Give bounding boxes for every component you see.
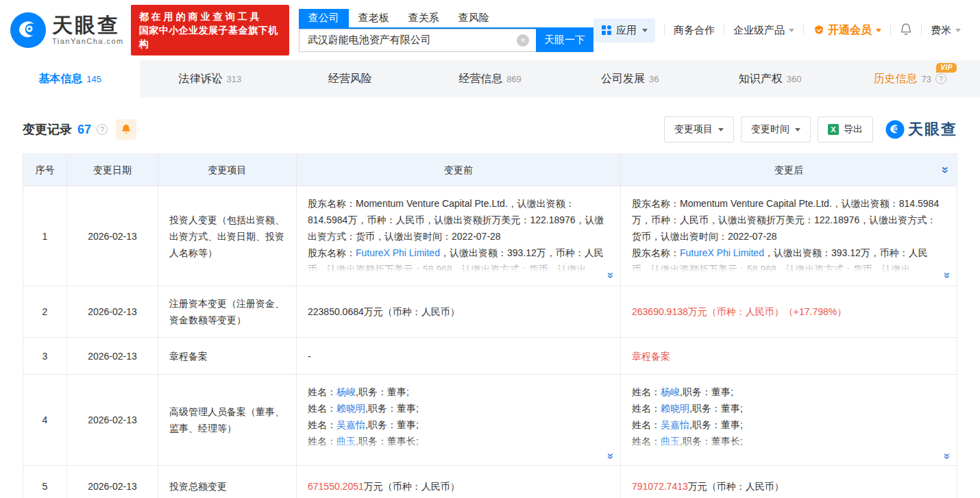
paragraph: 263690.9138万元（币种：人民币）（+17.798%） — [632, 303, 946, 320]
clear-icon[interactable]: × — [517, 34, 529, 47]
cell-content: 791072.7413万元（币种：人民币） — [632, 478, 946, 495]
cell-date: 2026-02-13 — [67, 186, 158, 286]
help-icon[interactable]: ? — [97, 124, 108, 135]
paragraph: - — [308, 348, 609, 364]
filter-change-time-label: 变更时间 — [751, 123, 789, 136]
vip-upgrade-link[interactable]: 开通会员 — [813, 23, 881, 38]
cell-text: 章程备案 — [632, 348, 946, 364]
paragraph: 章程备案 — [632, 348, 946, 364]
help-icon[interactable]: ? — [935, 73, 946, 84]
fade-overlay — [632, 437, 946, 456]
text-segment: ,职务：董事; — [356, 386, 409, 397]
page-tab-count: 313 — [227, 74, 242, 84]
text-segment: ,职务：董事; — [365, 419, 419, 430]
table-header-row: 序号变更日期变更项目变更前变更后» — [23, 154, 957, 186]
page-tab-label: 历史信息 — [874, 72, 918, 86]
cell-text: 223850.0684万元（币种：人民币） — [308, 303, 609, 320]
entity-link[interactable]: 吴嘉怡 — [661, 419, 689, 430]
subscribe-bell-button[interactable] — [116, 119, 136, 140]
cell-after: 股东名称：Momentum Venture Capital Pte.Ltd.，认… — [621, 186, 957, 286]
text-segment: 姓名： — [632, 403, 661, 414]
page-tab-count: 36 — [649, 74, 659, 84]
cell-before: 671550.2051万元（币种：人民币） — [297, 466, 621, 498]
page-tab-label: 基本信息 — [38, 72, 82, 86]
entity-link[interactable]: 杨峻 — [661, 386, 680, 397]
page-tab-经营信息[interactable]: 经营信息869 — [420, 60, 560, 97]
page-tab-label: 经营信息 — [458, 72, 502, 86]
cell-before: 姓名：杨峻,职务：董事;姓名：赖晓明,职务：董事;姓名：吴嘉怡,职务：董事;姓名… — [297, 375, 621, 465]
brand-domain: TianYanCha.com — [52, 37, 124, 45]
text-segment: 姓名： — [308, 419, 336, 430]
filter-change-item-label: 变更项目 — [674, 123, 713, 136]
paragraph: 791072.7413万元（币种：人民币） — [632, 478, 946, 495]
column-header-2: 变更日期 — [67, 154, 158, 186]
notification-bell-icon[interactable] — [900, 23, 912, 37]
page-tab-label: 公司发展 — [601, 72, 645, 86]
table-row: 42026-02-13高级管理人员备案（董事、监事、经理等）姓名：杨峻,职务：董… — [23, 375, 957, 466]
user-menu[interactable]: 费米 — [931, 24, 961, 37]
main-content: 变更记录 67 ? 变更项目 变更时间 X 导出 — [0, 116, 980, 498]
page-tab-count: 73 — [922, 74, 931, 84]
page-tab-公司发展[interactable]: 公司发展36 — [560, 60, 700, 97]
cell-item: 注册资本变更（注册资金、资金数额等变更） — [158, 286, 297, 337]
filter-change-time-button[interactable]: 变更时间 — [741, 116, 811, 142]
business-label: 商务合作 — [674, 24, 715, 37]
search-tab-查公司[interactable]: 查公司 — [299, 9, 349, 27]
apps-menu[interactable]: 应用 — [593, 18, 655, 42]
cell-date: 2026-02-13 — [67, 375, 158, 465]
expand-more-icon[interactable]: » — [604, 453, 615, 459]
business-cooperation-link[interactable]: 商务合作 — [674, 24, 715, 37]
page-tab-基本信息[interactable]: 基本信息145 — [0, 60, 140, 97]
cell-after: 791072.7413万元（币种：人民币） — [621, 466, 957, 498]
fade-overlay — [632, 256, 946, 275]
entity-link[interactable]: 赖晓明 — [661, 403, 689, 414]
cell-content: 263690.9138万元（币种：人民币）（+17.798%） — [632, 303, 946, 320]
section-header: 变更记录 67 ? 变更项目 变更时间 X 导出 — [23, 116, 957, 142]
brand-logo[interactable]: 天眼查 TianYanCha.com — [10, 12, 124, 49]
cell-date: 2026-02-13 — [67, 466, 158, 498]
paragraph: 姓名：赖晓明,职务：董事; — [308, 400, 609, 416]
export-label: 导出 — [844, 123, 863, 136]
bell-icon — [121, 124, 132, 136]
promo-banner: 都在用的商业查询工具 国家中小企业发展子基金旗下机构 — [131, 5, 289, 55]
paragraph: 姓名：杨峻,职务：董事; — [308, 384, 609, 400]
text-segment: 791072.7413 — [632, 481, 688, 492]
cell-text: 263690.9138万元（币种：人民币）（+17.798%） — [632, 303, 946, 320]
apps-label: 应用 — [616, 24, 637, 37]
entity-link[interactable]: 吴嘉怡 — [336, 419, 365, 430]
search-button[interactable]: 天眼一下 — [536, 29, 593, 52]
export-button[interactable]: X 导出 — [818, 116, 873, 142]
cell-item: 投资人变更（包括出资额、出资方式、出资日期、投资人名称等） — [158, 186, 297, 286]
expand-more-icon[interactable]: » — [604, 272, 615, 278]
page-tab-历史信息[interactable]: 历史信息73?VIP — [840, 60, 980, 97]
text-segment: 姓名： — [308, 386, 336, 397]
expand-all-icon[interactable]: » — [938, 166, 955, 174]
page-tab-知识产权[interactable]: 知识产权360 — [700, 60, 840, 97]
cell-before: - — [297, 338, 621, 374]
cell-no: 1 — [23, 186, 67, 286]
expand-more-icon[interactable]: » — [941, 272, 952, 278]
enterprise-products-link[interactable]: 企业级产品 — [733, 24, 794, 37]
text-segment: 671550.2051 — [308, 481, 364, 492]
promo-line2: 国家中小企业发展子基金旗下机构 — [139, 23, 281, 51]
text-segment: ,职务：董事; — [689, 403, 743, 414]
search-input[interactable] — [299, 29, 536, 52]
entity-link[interactable]: 赖晓明 — [336, 403, 365, 414]
divider — [664, 25, 665, 36]
filter-change-item-button[interactable]: 变更项目 — [664, 116, 734, 142]
page-tab-count: 869 — [506, 74, 522, 84]
expand-more-icon[interactable]: » — [941, 453, 952, 459]
watermark-logo: 天眼查 — [885, 119, 957, 140]
search-tab-查关系[interactable]: 查关系 — [399, 9, 449, 27]
cell-no: 4 — [23, 375, 67, 465]
page-tab-经营风险[interactable]: 经营风险 — [280, 60, 420, 97]
chevron-down-icon — [642, 29, 648, 32]
search-tab-查风险[interactable]: 查风险 — [449, 9, 499, 27]
search-tab-查老板[interactable]: 查老板 — [349, 9, 399, 27]
paragraph: 姓名：吴嘉怡,职务：董事; — [632, 416, 946, 433]
entity-link[interactable]: 杨峻 — [336, 386, 356, 397]
text-segment: 姓名： — [632, 386, 661, 397]
cell-content: 223850.0684万元（币种：人民币） — [308, 303, 609, 320]
page-tab-法律诉讼[interactable]: 法律诉讼313 — [140, 60, 280, 97]
paragraph: 姓名：赖晓明,职务：董事; — [632, 400, 946, 416]
